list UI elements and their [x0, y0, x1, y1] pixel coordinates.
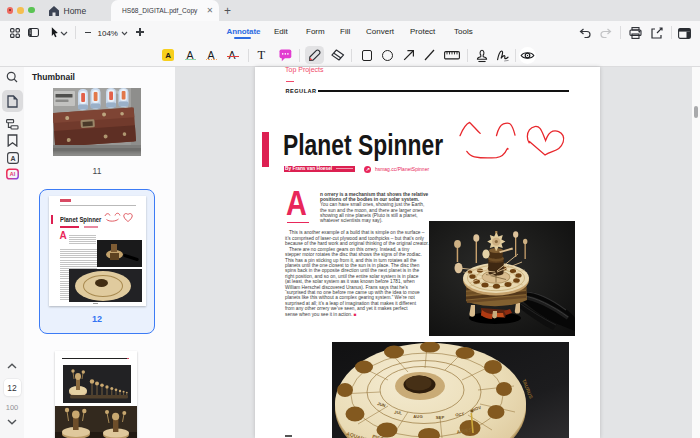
svg-text:AUG: AUG: [413, 414, 422, 419]
svg-text:AI: AI: [10, 171, 16, 177]
svg-text:A: A: [10, 154, 15, 161]
svg-text:SEP: SEP: [436, 415, 445, 420]
